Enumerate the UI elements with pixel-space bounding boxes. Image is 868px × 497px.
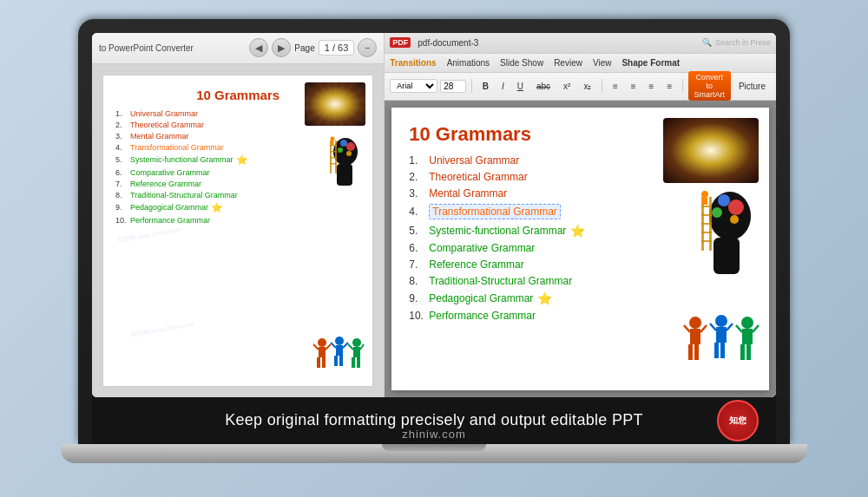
pdf-icon: PDF [390,37,411,48]
galaxy-image [305,82,365,126]
svg-point-12 [331,136,335,141]
svg-rect-40 [701,206,712,207]
svg-point-11 [346,151,352,156]
align-right-button[interactable]: ≡ [644,79,660,94]
svg-rect-13 [332,141,334,145]
zoom-out-button[interactable]: − [358,38,377,57]
left-toolbar: to PowerPoint Converter ◀ ▶ Page 1 / 63 … [92,33,384,64]
svg-line-51 [684,325,690,332]
nav-forward-button[interactable]: ▶ [272,38,291,57]
search-label: 🔍 [702,38,712,47]
menu-shapeformat[interactable]: Shape Format [621,58,680,68]
svg-point-47 [689,317,701,329]
svg-point-14 [318,338,326,347]
svg-line-57 [710,324,716,330]
watermark-left2: 知您网 www.zhiniw.com [130,319,195,339]
page-input[interactable]: 1 / 63 [319,40,355,56]
svg-rect-50 [694,344,699,360]
svg-rect-25 [357,357,360,368]
svg-point-8 [346,142,355,151]
svg-point-53 [715,315,727,327]
svg-rect-21 [339,356,343,366]
svg-rect-6 [330,157,337,159]
bottom-figure-left [313,336,365,379]
search-placeholder: Search in Prese [715,38,771,47]
svg-rect-33 [713,238,740,274]
svg-line-31 [360,344,364,350]
svg-point-22 [352,338,361,347]
svg-line-28 [331,343,336,348]
right-title-bar: PDF pdf-document-3 🔍 Search in Prese [385,33,776,54]
svg-line-64 [753,325,759,332]
pdf-slide: 10 Grammars 1.Universal Grammar2.Theoret… [391,108,769,390]
menu-view[interactable]: View [593,58,612,68]
svg-rect-42 [701,223,712,225]
watermark-left: 知您网 www.zhiniw.com [116,225,181,245]
svg-rect-55 [714,343,719,358]
menu-review[interactable]: Review [554,58,582,68]
menu-animations[interactable]: Animations [447,58,490,68]
svg-rect-20 [334,356,338,366]
screen-content: to PowerPoint Converter ◀ ▶ Page 1 / 63 … [92,33,776,397]
laptop: to PowerPoint Converter ◀ ▶ Page 1 / 63 … [52,19,816,479]
zhiniw-badge: 知您 [717,400,759,441]
svg-point-10 [338,147,343,153]
slide-list-item: 10.Performance Grammar [115,216,360,225]
svg-rect-17 [322,357,326,368]
font-size-input[interactable] [440,80,466,93]
svg-line-58 [727,324,733,330]
align-center-button[interactable]: ≡ [626,79,641,94]
laptop-base [61,444,807,463]
font-select[interactable]: Arial [390,79,437,93]
svg-rect-41 [701,214,712,216]
svg-line-27 [326,344,331,350]
align-justify-button[interactable]: ≡ [661,79,677,94]
svg-point-35 [718,194,730,206]
menu-slideshow[interactable]: Slide Show [500,58,543,68]
menu-transitions[interactable]: Transitions [390,58,436,68]
italic-button[interactable]: I [496,79,510,94]
badge-text: 知您 [729,415,746,425]
svg-line-30 [348,344,353,350]
right-toolbar: Arial B I U abc x² x₂ ≡ ≡ ≡ [385,73,776,101]
pdf-bottom-figure [682,312,760,382]
svg-rect-4 [330,145,337,147]
svg-point-45 [701,191,708,198]
svg-point-36 [712,207,722,218]
left-panel: to PowerPoint Converter ◀ ▶ Page 1 / 63 … [92,33,385,397]
align-left-button[interactable]: ≡ [608,79,623,94]
right-content: 10 Grammars 1.Universal Grammar2.Theoret… [385,101,776,397]
underline-button[interactable]: U [512,79,529,94]
app-title: to PowerPoint Converter [99,43,194,53]
svg-rect-7 [330,163,337,165]
svg-line-26 [313,344,319,350]
svg-rect-48 [690,329,700,344]
nav-back-button[interactable]: ◀ [249,38,268,57]
strikethrough-button[interactable]: abc [531,79,556,94]
svg-rect-62 [746,344,751,360]
zhiniw-url: zhiniw.com [402,428,466,441]
head-figure [318,136,365,206]
right-menubar: Transitions Animations Slide Show Review… [385,54,776,73]
svg-rect-46 [702,198,707,205]
svg-rect-5 [330,151,337,153]
bold-button[interactable]: B [477,79,494,94]
svg-point-34 [728,199,744,215]
svg-line-29 [343,343,348,348]
pdf-filename: pdf-document-3 [418,38,478,48]
superscript-button[interactable]: x² [558,79,575,94]
svg-rect-49 [688,344,693,360]
svg-point-18 [335,337,344,345]
convert-smartart-button[interactable]: Convert to SmartArt [688,71,731,101]
subscript-button[interactable]: x₂ [578,79,596,94]
picture-button[interactable]: Picture [733,79,771,94]
svg-rect-16 [317,357,320,368]
svg-rect-23 [353,347,360,357]
svg-rect-43 [701,232,712,233]
screen-area: to PowerPoint Converter ◀ ▶ Page 1 / 63 … [92,33,776,397]
svg-rect-19 [336,345,343,356]
caption-bar: Keep original formatting precisely and o… [92,397,776,444]
pdf-galaxy-image [663,118,759,183]
svg-rect-61 [740,344,745,360]
page-total: 63 [338,43,348,53]
